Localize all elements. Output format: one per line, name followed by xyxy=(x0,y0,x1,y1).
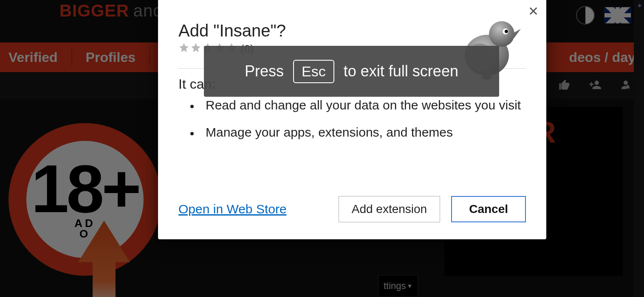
esc-hint-after: to exit full screen xyxy=(344,62,458,80)
dialog-actions: Open in Web Store Add extension Cancel xyxy=(178,196,526,222)
star-icon xyxy=(190,42,201,56)
page-root: BIGGER and Verified Profiles Ta deos / d… xyxy=(0,0,644,297)
svg-point-2 xyxy=(489,21,514,47)
esc-key-icon: Esc xyxy=(293,60,334,83)
extension-install-dialog: ✕ Add "Insane"? ( xyxy=(158,0,546,239)
star-icon xyxy=(178,42,189,56)
cancel-button[interactable]: Cancel xyxy=(451,196,526,222)
add-extension-button[interactable]: Add extension xyxy=(339,196,440,222)
bullet-icon xyxy=(190,132,194,135)
permission-text: Manage your apps, extensions, and themes xyxy=(206,125,453,140)
close-icon: ✕ xyxy=(528,4,539,18)
permission-item: Read and change all your data on the web… xyxy=(190,98,526,112)
permission-item: Manage your apps, extensions, and themes xyxy=(190,125,526,140)
open-web-store-link[interactable]: Open in Web Store xyxy=(178,202,287,216)
esc-hint-before: Press xyxy=(245,62,284,80)
close-button[interactable]: ✕ xyxy=(528,5,539,18)
bullet-icon xyxy=(190,105,194,108)
fullscreen-esc-hint: Press Esc to exit full screen xyxy=(204,46,499,97)
svg-point-4 xyxy=(505,30,508,33)
permission-text: Read and change all your data on the web… xyxy=(206,98,521,112)
permissions-list: Read and change all your data on the web… xyxy=(190,98,526,140)
